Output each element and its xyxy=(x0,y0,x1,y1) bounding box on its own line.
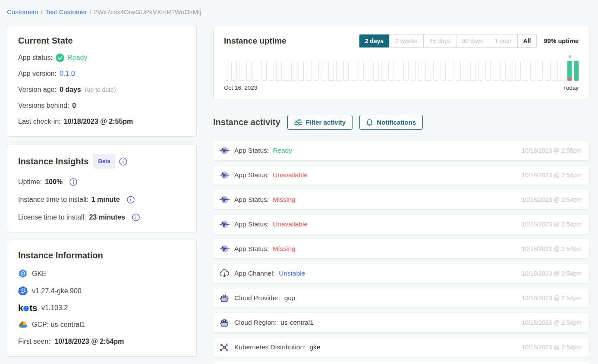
uptime-bar-no-data[interactable] xyxy=(284,61,289,81)
uptime-bar-no-data[interactable] xyxy=(425,61,431,81)
uptime-bar-no-data[interactable] xyxy=(448,61,453,81)
uptime-bar-no-data[interactable] xyxy=(538,61,543,81)
uptime-bar-no-data[interactable] xyxy=(515,61,520,81)
uptime-bar-no-data[interactable] xyxy=(276,61,281,81)
uptime-bar-no-data[interactable] xyxy=(306,61,311,81)
notifications-label: Notifications xyxy=(377,118,416,126)
range-button-2-days[interactable]: 2 days xyxy=(359,35,390,47)
activity-row[interactable]: App Status: Ready 10/18/2023 @ 2:55pm xyxy=(213,141,589,160)
uptime-bar-no-data[interactable] xyxy=(328,61,334,81)
license-install-info-icon[interactable] xyxy=(132,213,140,221)
uptime-bar-no-data[interactable] xyxy=(239,61,244,81)
uptime-header: Instance uptime 2 days2 weeks45 days90 d… xyxy=(224,34,579,48)
beta-badge: Beta xyxy=(93,154,115,169)
versions-behind-label: Versions behind: xyxy=(18,101,69,110)
instance-insights-card: Instance Insights Beta Uptime: 100% Inst… xyxy=(7,144,197,232)
activity-row-label: Cloud Region: xyxy=(234,319,277,326)
uptime-info-icon[interactable] xyxy=(69,178,77,186)
uptime-bar-no-data[interactable] xyxy=(246,61,252,81)
instance-insights-title: Instance Insights xyxy=(18,156,88,167)
uptime-bar-no-data[interactable] xyxy=(224,61,229,81)
instance-install-info-icon[interactable] xyxy=(127,196,135,204)
uptime-bar-no-data[interactable] xyxy=(366,61,371,81)
range-button-45-days[interactable]: 45 days xyxy=(423,35,456,47)
range-button-all[interactable]: All xyxy=(517,35,537,47)
first-seen-line: First seen: 10/18/2023 @ 2:54pm xyxy=(18,337,186,346)
uptime-bar-no-data[interactable] xyxy=(291,61,296,81)
uptime-bar-up[interactable] xyxy=(574,61,579,81)
kots-logo-o xyxy=(23,306,29,311)
uptime-bar-no-data[interactable] xyxy=(343,61,349,81)
uptime-bar-no-data[interactable] xyxy=(411,61,416,81)
uptime-bar-no-data[interactable] xyxy=(433,61,438,81)
insights-info-icon[interactable] xyxy=(119,157,127,166)
uptime-bar-no-data[interactable] xyxy=(231,61,236,81)
uptime-bar-no-data[interactable] xyxy=(441,61,446,81)
activity-row-value: Missing xyxy=(273,196,296,204)
uptime-bar-no-data[interactable] xyxy=(485,61,491,81)
uptime-bar-no-data[interactable] xyxy=(508,61,513,81)
uptime-bar-no-data[interactable] xyxy=(254,61,259,81)
app-version-link[interactable]: 0.1.0 xyxy=(60,69,75,78)
uptime-bar-no-data[interactable] xyxy=(299,61,304,81)
activity-row[interactable]: App Channel: Unstable 10/18/2023 @ 2:54p… xyxy=(213,264,589,283)
activity-row[interactable]: App Status: Missing 10/18/2023 @ 2:54pm xyxy=(213,239,589,258)
uptime-bar-no-data[interactable] xyxy=(463,61,468,81)
activity-row-partial xyxy=(213,362,589,364)
uptime-bar-no-data[interactable] xyxy=(470,61,475,81)
uptime-bar-no-data[interactable] xyxy=(560,61,565,81)
uptime-bar-no-data[interactable] xyxy=(359,61,364,81)
range-button-2-weeks[interactable]: 2 weeks xyxy=(389,35,423,47)
uptime-bar-no-data[interactable] xyxy=(403,61,409,81)
uptime-bar-no-data[interactable] xyxy=(553,61,558,81)
uptime-bar-no-data[interactable] xyxy=(523,61,528,81)
uptime-bar-no-data[interactable] xyxy=(478,61,483,81)
instance-activity-list: App Status: Ready 10/18/2023 @ 2:55pm Ap… xyxy=(213,141,589,357)
filter-activity-button[interactable]: Filter activity xyxy=(287,115,353,130)
uptime-bar-no-data[interactable] xyxy=(336,61,341,81)
uptime-bar-up-with-downtime[interactable] xyxy=(567,61,572,81)
license-install-value: 23 minutes xyxy=(89,213,125,222)
activity-row[interactable]: App Status: Unavailable 10/18/2023 @ 2:5… xyxy=(213,166,589,185)
activity-row[interactable]: App Status: Missing 10/18/2023 @ 2:54pm xyxy=(213,190,589,209)
uptime-value: 100% xyxy=(45,178,63,186)
uptime-bar-no-data[interactable] xyxy=(456,61,461,81)
version-age-value: 0 days xyxy=(60,85,81,94)
activity-row[interactable]: Cloud Provider: gcp 10/18/2023 @ 2:54pm xyxy=(213,289,589,308)
activity-row-label: App Status: xyxy=(234,220,269,228)
pulse-icon xyxy=(219,170,230,180)
range-button-1-year[interactable]: 1 year xyxy=(489,35,517,47)
uptime-bar-no-data[interactable] xyxy=(373,61,378,81)
uptime-bar-no-data[interactable] xyxy=(381,61,386,81)
activity-row[interactable]: Kubernetes Distribution: gke 10/18/2023 … xyxy=(213,338,589,357)
uptime-bar-no-data[interactable] xyxy=(396,61,401,81)
breadcrumb-separator: / xyxy=(41,8,43,16)
breadcrumb-item-test-customer[interactable]: Test Customer xyxy=(45,8,87,16)
license-install-label: License time to install: xyxy=(18,213,86,222)
instance-install-line: Instance time to install: 1 minute xyxy=(18,195,186,204)
uptime-title: Instance uptime xyxy=(224,36,286,46)
uptime-bar-no-data[interactable] xyxy=(418,61,423,81)
distribution-value: GKE xyxy=(32,269,47,278)
uptime-bar-no-data[interactable] xyxy=(545,61,550,81)
breadcrumb-item-customers[interactable]: Customers xyxy=(7,8,38,16)
activity-row-timestamp: 10/18/2023 @ 2:55pm xyxy=(522,147,582,154)
uptime-bar-no-data[interactable] xyxy=(314,61,319,81)
uptime-bar-no-data[interactable] xyxy=(321,61,326,81)
uptime-bar-no-data[interactable] xyxy=(269,61,274,81)
uptime-bar-no-data[interactable] xyxy=(351,61,356,81)
app-version-line: App version: 0.1.0 xyxy=(18,69,186,78)
uptime-bar-no-data[interactable] xyxy=(530,61,535,81)
uptime-range-group: 2 days2 weeks45 days90 days1 yearAll xyxy=(359,34,537,48)
chart-start-label: Oct 16, 2023 xyxy=(224,85,257,91)
uptime-bar-no-data[interactable] xyxy=(493,61,498,81)
range-button-90-days[interactable]: 90 days xyxy=(456,35,489,47)
uptime-bars xyxy=(224,61,579,81)
uptime-bar-no-data[interactable] xyxy=(261,61,267,81)
activity-row[interactable]: App Status: Unavailable 10/18/2023 @ 2:5… xyxy=(213,215,589,234)
uptime-bar-no-data[interactable] xyxy=(500,61,506,81)
activity-row-label: Cloud Provider: xyxy=(234,294,280,302)
activity-row[interactable]: Cloud Region: us-central1 10/18/2023 @ 2… xyxy=(213,313,589,332)
notifications-button[interactable]: Notifications xyxy=(359,115,423,130)
uptime-bar-no-data[interactable] xyxy=(388,61,393,81)
